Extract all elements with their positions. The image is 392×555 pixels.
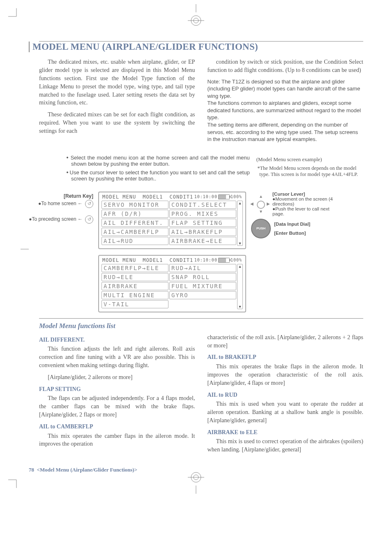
page-number: 78	[29, 467, 34, 473]
instruction-1: Select the model menu icon at the home s…	[71, 155, 250, 167]
functions-title: Model Menu functions list	[39, 318, 363, 330]
intro-note2: The functions common to airplanes and gl…	[208, 99, 364, 121]
lcd1-pct: 100%	[231, 194, 242, 199]
lcd2-time: 10:10:00	[194, 258, 217, 262]
lcd-item[interactable]: PROG. MIXES	[169, 210, 236, 218]
lcd-item[interactable]: AIRBRAKE→ELE	[169, 237, 236, 245]
airbrake-text: This mix is used to correct operation of…	[208, 437, 364, 454]
intro-p2: These dedicated mixes can be set for eac…	[39, 111, 195, 135]
lcd-item[interactable]: GYRO	[169, 291, 236, 299]
intro-note3: The setting items are different, dependi…	[208, 121, 364, 143]
lcd-scrollbar[interactable]: ▲▼	[237, 264, 243, 309]
lcd-item[interactable]: AIL→CAMBERFLP	[101, 228, 168, 236]
lcd-item[interactable]: V-TAIL	[101, 300, 168, 308]
depends-note: *The Model Menu screen depends on the mo…	[256, 165, 363, 178]
return-key-label: [Return Key]	[29, 193, 93, 199]
lcd-item[interactable]: AIL→RUD	[101, 237, 168, 245]
lcd-item[interactable]: MULTI ENGINE	[101, 291, 168, 299]
lcd-item[interactable]: FLAP SETTING	[169, 219, 236, 227]
lcd-item[interactable]: FUEL MIXTURE	[169, 282, 236, 290]
to-prev-label: To preceding screen	[32, 216, 76, 222]
cursor-desc2: Push the lever to call next page.	[272, 206, 330, 216]
return-icon-2[interactable]: ↺	[85, 215, 93, 224]
lcd-item[interactable]	[169, 300, 236, 308]
crop-mark-top-icon	[184, 4, 208, 29]
lcd1-time: 10:10:00	[194, 194, 217, 199]
data-dial-icon[interactable]: PUSH	[251, 219, 271, 238]
battery-icon	[218, 194, 230, 199]
flap-text: The flaps can be adjusted independently.…	[39, 394, 195, 419]
ail-diff-text: This function adjusts the left and right…	[39, 345, 195, 370]
ail-diff-heading: AIL DIFFERENT.	[39, 336, 195, 344]
cursor-desc1: Movement on the screen (4 directions)	[272, 197, 333, 206]
lcd-item[interactable]: AIL DIFFERENT.	[101, 219, 168, 227]
lcd-scrollbar[interactable]: ▲▼	[237, 201, 243, 246]
lcd-item[interactable]: CONDIT.SELECT	[169, 201, 236, 209]
intro-p1: The dedicated mixes, etc. usable when ai…	[39, 58, 195, 107]
lcd-item[interactable]: AIL→BRAKEFLP	[169, 228, 236, 236]
lcd1-model: MODEL1	[143, 194, 163, 200]
battery-icon	[218, 258, 230, 263]
ail-brake-heading: AIL to BRAKEFLP	[208, 353, 364, 361]
ail-brake-text: This mix operates the brake flaps in the…	[208, 363, 364, 387]
return-icon[interactable]: ↺	[85, 200, 93, 208]
lcd-screen-2: MODEL MENU MODEL1 CONDIT1 10:10:00 100% …	[98, 255, 246, 312]
ail-camber-cont: characteristic of the roll axis. [Airpla…	[208, 333, 364, 350]
intro-p3: condition by switch or stick position, u…	[208, 58, 364, 74]
crop-mark-left-icon	[4, 237, 29, 261]
ail-camber-text: This mix operates the camber flaps in th…	[39, 432, 195, 449]
lcd-item[interactable]: CAMBERFLP→ELE	[101, 264, 168, 272]
lcd1-title: MODEL MENU	[102, 194, 136, 200]
ail-camber-heading: AIL to CAMBERFLP	[39, 423, 195, 431]
example-label: (Model Menu screen example)	[256, 156, 363, 163]
lcd2-pct: 100%	[231, 258, 242, 262]
instruction-2: Use the cursor lever to select the funct…	[71, 169, 250, 182]
enter-button-label: [Enter Button]	[274, 231, 310, 236]
lcd-item[interactable]: AFR (D/R)	[101, 210, 168, 218]
corner-bl-icon	[8, 476, 21, 490]
ail-diff-note: [Airplane/glider, 2 ailerons or more]	[39, 373, 195, 382]
lcd-item[interactable]: AIRBRAKE	[101, 282, 168, 290]
lcd2-title: MODEL MENU	[102, 257, 136, 263]
ail-rud-heading: AIL to RUD	[208, 391, 364, 399]
airbrake-heading: AIRBRAKE to ELE	[208, 428, 364, 437]
page-title: MODEL MENU (AIRPLANE/GLIDER FUNCTIONS)	[32, 42, 258, 52]
flap-heading: FLAP SETTING	[39, 385, 195, 393]
lcd2-cond: CONDIT1	[170, 257, 194, 263]
cursor-lever-icon[interactable]: ▲▼◀▶	[251, 195, 269, 213]
lcd2-model: MODEL1	[143, 257, 163, 263]
intro-note1: Note: The T12Z is designed so that the a…	[208, 78, 364, 100]
lcd-item[interactable]: SERVO MONITOR	[101, 201, 168, 209]
lcd1-cond: CONDIT1	[170, 194, 194, 200]
ail-rud-text: This mix is used when you want to operat…	[208, 400, 364, 425]
lcd-item[interactable]: RUD→AIL	[169, 264, 236, 272]
lcd-screen-1: MODEL MENU MODEL1 CONDIT1 10:10:00 100% …	[98, 192, 246, 249]
lcd-item[interactable]: RUD→ELE	[101, 273, 168, 281]
footer-label: <Model Menu (Airplane/Glider Functions)>	[37, 467, 138, 473]
corner-tl-icon	[8, 8, 21, 22]
data-dial-label: [Data Input Dial]	[274, 222, 310, 227]
crop-mark-bottom-icon	[184, 469, 208, 494]
cursor-lever-label: [Cursor Lever]	[272, 192, 337, 197]
lcd-item[interactable]: SNAP ROLL	[169, 273, 236, 281]
to-home-label: To home screen	[41, 201, 76, 206]
